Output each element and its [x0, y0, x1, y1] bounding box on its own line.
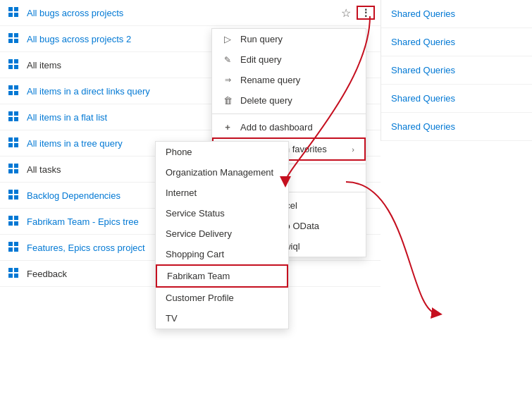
submenu-item-service-delivery[interactable]: Service Delivery — [156, 223, 288, 244]
query-grid-icon-8 — [8, 216, 20, 227]
query-item-0[interactable]: All bugs across projects ☆ ⋮ — [0, 0, 381, 26]
right-panel: Shared Queries Shared Queries Shared Que… — [381, 0, 532, 141]
query-label-5[interactable]: All items in a tree query — [27, 138, 123, 149]
right-item-3[interactable]: Shared Queries — [381, 85, 532, 113]
submenu-item-internet[interactable]: Internet — [156, 183, 288, 203]
menu-item-run-query[interactable]: ▷ Run query — [212, 29, 366, 49]
query-label-1[interactable]: All bugs across projects 2 — [27, 34, 131, 44]
menu-label-edit: Edit query — [240, 54, 356, 65]
query-grid-icon-2 — [8, 59, 20, 70]
query-actions-0: ☆ ⋮ — [338, 5, 375, 21]
query-label-4[interactable]: All items in a flat list — [27, 112, 107, 123]
submenu-item-customer-profile[interactable]: Customer Profile — [156, 288, 288, 308]
right-item-4[interactable]: Shared Queries — [381, 113, 532, 141]
query-label-3[interactable]: All items in a direct links query — [27, 86, 150, 97]
chevron-right-icon: › — [352, 145, 354, 154]
query-grid-icon-9 — [8, 242, 20, 253]
menu-label-run: Run query — [240, 34, 356, 44]
more-options-button[interactable]: ⋮ — [357, 6, 375, 20]
add-dashboard-icon: + — [222, 122, 233, 133]
menu-label-rename: Rename query — [240, 75, 356, 85]
query-label-6[interactable]: All tasks — [27, 164, 61, 175]
menu-label-add-dashboard: Add to dashboard — [240, 122, 356, 133]
query-label-0[interactable]: All bugs across projects — [27, 8, 123, 18]
query-label-8[interactable]: Fabrikam Team - Epics tree — [27, 216, 139, 227]
edit-icon: ✎ — [222, 55, 233, 65]
query-label-7[interactable]: Backlog Dependencies — [27, 190, 120, 201]
query-grid-icon-5 — [8, 137, 20, 149]
submenu-team-favorites: Phone Organization Management Internet S… — [155, 141, 289, 329]
submenu-item-phone[interactable]: Phone — [156, 142, 288, 162]
query-grid-icon-7 — [8, 190, 20, 201]
star-button[interactable]: ☆ — [338, 5, 354, 21]
query-grid-icon-6 — [8, 164, 20, 175]
right-item-1[interactable]: Shared Queries — [381, 28, 532, 56]
submenu-item-tv[interactable]: TV — [156, 308, 288, 329]
query-label-9[interactable]: Features, Epics cross project — [27, 243, 145, 253]
run-icon: ▷ — [222, 34, 233, 44]
submenu-item-service-status[interactable]: Service Status — [156, 203, 288, 223]
query-grid-icon-10 — [8, 268, 20, 279]
right-item-2[interactable]: Shared Queries — [381, 56, 532, 85]
menu-divider-1 — [212, 114, 366, 114]
query-grid-icon-1 — [8, 33, 20, 44]
delete-icon: 🗑 — [222, 95, 233, 106]
submenu-item-org-mgmt[interactable]: Organization Management — [156, 162, 288, 183]
rename-icon: ⇒ — [222, 75, 233, 85]
query-grid-icon-4 — [8, 111, 20, 123]
menu-label-delete: Delete query — [240, 95, 356, 106]
submenu-item-fabrikam-team[interactable]: Fabrikam Team — [156, 264, 288, 288]
menu-item-add-dashboard[interactable]: + Add to dashboard — [212, 117, 366, 137]
query-grid-icon-3 — [8, 85, 20, 97]
menu-item-delete-query[interactable]: 🗑 Delete query — [212, 90, 366, 111]
menu-item-rename-query[interactable]: ⇒ Rename query — [212, 70, 366, 90]
right-item-0[interactable]: Shared Queries — [381, 0, 532, 28]
submenu-item-shopping-cart[interactable]: Shopping Cart — [156, 244, 288, 264]
menu-item-edit-query[interactable]: ✎ Edit query — [212, 49, 366, 70]
query-label-2[interactable]: All items — [27, 60, 61, 70]
query-grid-icon — [8, 7, 20, 18]
query-label-10[interactable]: Feedback — [27, 269, 67, 279]
